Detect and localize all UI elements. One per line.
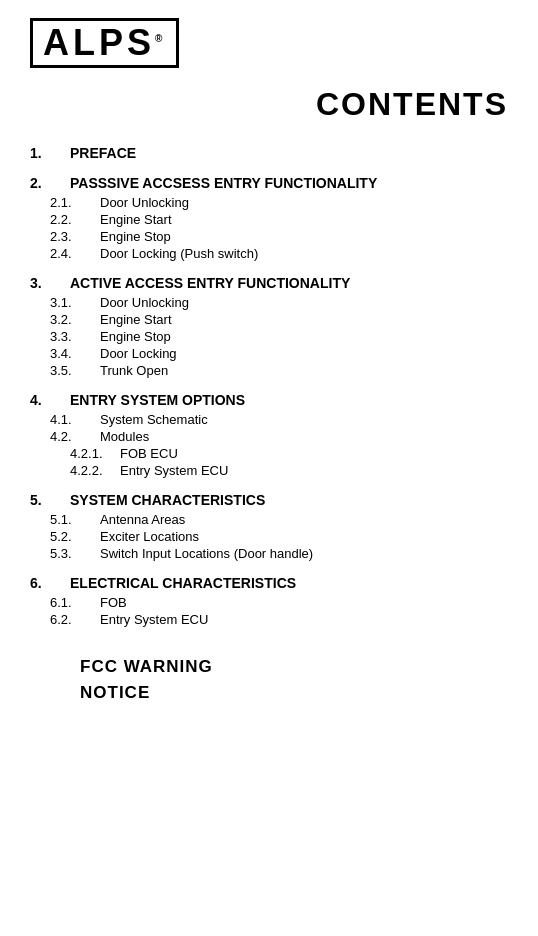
item-4-2-1-num: 4.2.1. xyxy=(40,446,120,461)
section-3-items: 3.1. Door Unlocking 3.2. Engine Start 3.… xyxy=(40,295,508,378)
list-item: 5.2. Exciter Locations xyxy=(40,529,508,544)
item-5-1-label: Antenna Areas xyxy=(100,512,185,527)
item-6-1-num: 6.1. xyxy=(40,595,100,610)
item-5-3-num: 5.3. xyxy=(40,546,100,561)
item-6-2-label: Entry System ECU xyxy=(100,612,208,627)
section-2-header: 2. PASSSIVE ACCSESS ENTRY FUNCTIONALITY xyxy=(30,175,508,191)
section-6-header: 6. ELECTRICAL CHARACTERISTICS xyxy=(30,575,508,591)
item-6-1-label: FOB xyxy=(100,595,127,610)
list-item: 3.3. Engine Stop xyxy=(40,329,508,344)
item-5-1-num: 5.1. xyxy=(40,512,100,527)
section-6-title: ELECTRICAL CHARACTERISTICS xyxy=(70,575,296,591)
item-2-3-label: Engine Stop xyxy=(100,229,171,244)
item-2-1-label: Door Unlocking xyxy=(100,195,189,210)
item-3-5-label: Trunk Open xyxy=(100,363,168,378)
item-2-4-label: Door Locking (Push switch) xyxy=(100,246,258,261)
list-item: 4.2.2. Entry System ECU xyxy=(40,463,508,478)
section-6-num: 6. xyxy=(30,575,70,591)
item-4-2-2-label: Entry System ECU xyxy=(120,463,228,478)
list-item: 2.1. Door Unlocking xyxy=(40,195,508,210)
list-item: 5.3. Switch Input Locations (Door handle… xyxy=(40,546,508,561)
list-item: 5.1. Antenna Areas xyxy=(40,512,508,527)
section-4-num: 4. xyxy=(30,392,70,408)
item-2-3-num: 2.3. xyxy=(40,229,100,244)
item-2-1-num: 2.1. xyxy=(40,195,100,210)
logo-area: ALPS® xyxy=(30,18,508,68)
section-3-num: 3. xyxy=(30,275,70,291)
fcc-section: FCC WARNING NOTICE xyxy=(30,657,508,703)
fcc-notice-title: NOTICE xyxy=(80,683,508,703)
alps-logo: ALPS® xyxy=(30,18,179,68)
item-4-1-num: 4.1. xyxy=(40,412,100,427)
item-6-2-num: 6.2. xyxy=(40,612,100,627)
item-3-1-label: Door Unlocking xyxy=(100,295,189,310)
item-3-4-num: 3.4. xyxy=(40,346,100,361)
item-2-2-label: Engine Start xyxy=(100,212,172,227)
logo-text: ALPS xyxy=(43,22,155,63)
section-1-header: 1. PREFACE xyxy=(30,145,508,161)
section-2-num: 2. xyxy=(30,175,70,191)
item-4-2-num: 4.2. xyxy=(40,429,100,444)
item-4-2-2-num: 4.2.2. xyxy=(40,463,120,478)
section-4-items: 4.1. System Schematic 4.2. Modules 4.2.1… xyxy=(40,412,508,478)
page: ALPS® CONTENTS 1. PREFACE 2. PASSSIVE AC… xyxy=(0,0,538,936)
section-6-items: 6.1. FOB 6.2. Entry System ECU xyxy=(40,595,508,627)
item-3-2-num: 3.2. xyxy=(40,312,100,327)
contents-title: CONTENTS xyxy=(30,86,508,123)
list-item: 2.4. Door Locking (Push switch) xyxy=(40,246,508,261)
section-5-num: 5. xyxy=(30,492,70,508)
item-3-3-label: Engine Stop xyxy=(100,329,171,344)
list-item: 3.2. Engine Start xyxy=(40,312,508,327)
section-2-title: PASSSIVE ACCSESS ENTRY FUNCTIONALITY xyxy=(70,175,377,191)
section-2-items: 2.1. Door Unlocking 2.2. Engine Start 2.… xyxy=(40,195,508,261)
section-1-num: 1. xyxy=(30,145,70,161)
item-2-2-num: 2.2. xyxy=(40,212,100,227)
section-1-title: PREFACE xyxy=(70,145,136,161)
section-3-title: ACTIVE ACCESS ENTRY FUNCTIONALITY xyxy=(70,275,350,291)
item-5-2-label: Exciter Locations xyxy=(100,529,199,544)
list-item: 4.2. Modules xyxy=(40,429,508,444)
item-5-3-label: Switch Input Locations (Door handle) xyxy=(100,546,313,561)
list-item: 6.1. FOB xyxy=(40,595,508,610)
item-3-4-label: Door Locking xyxy=(100,346,177,361)
list-item: 6.2. Entry System ECU xyxy=(40,612,508,627)
section-4-header: 4. ENTRY SYSTEM OPTIONS xyxy=(30,392,508,408)
list-item: 3.1. Door Unlocking xyxy=(40,295,508,310)
item-5-2-num: 5.2. xyxy=(40,529,100,544)
section-5-items: 5.1. Antenna Areas 5.2. Exciter Location… xyxy=(40,512,508,561)
item-2-4-num: 2.4. xyxy=(40,246,100,261)
item-4-2-1-label: FOB ECU xyxy=(120,446,178,461)
section-4-title: ENTRY SYSTEM OPTIONS xyxy=(70,392,245,408)
item-3-5-num: 3.5. xyxy=(40,363,100,378)
section-5-header: 5. SYSTEM CHARACTERISTICS xyxy=(30,492,508,508)
fcc-warning-title: FCC WARNING xyxy=(80,657,508,677)
list-item: 2.2. Engine Start xyxy=(40,212,508,227)
item-3-1-num: 3.1. xyxy=(40,295,100,310)
item-3-3-num: 3.3. xyxy=(40,329,100,344)
list-item: 2.3. Engine Stop xyxy=(40,229,508,244)
item-3-2-label: Engine Start xyxy=(100,312,172,327)
list-item: 3.4. Door Locking xyxy=(40,346,508,361)
logo-registered: ® xyxy=(155,33,166,44)
item-4-1-label: System Schematic xyxy=(100,412,208,427)
list-item: 3.5. Trunk Open xyxy=(40,363,508,378)
item-4-2-label: Modules xyxy=(100,429,149,444)
section-5-title: SYSTEM CHARACTERISTICS xyxy=(70,492,265,508)
list-item: 4.1. System Schematic xyxy=(40,412,508,427)
section-3-header: 3. ACTIVE ACCESS ENTRY FUNCTIONALITY xyxy=(30,275,508,291)
list-item: 4.2.1. FOB ECU xyxy=(40,446,508,461)
